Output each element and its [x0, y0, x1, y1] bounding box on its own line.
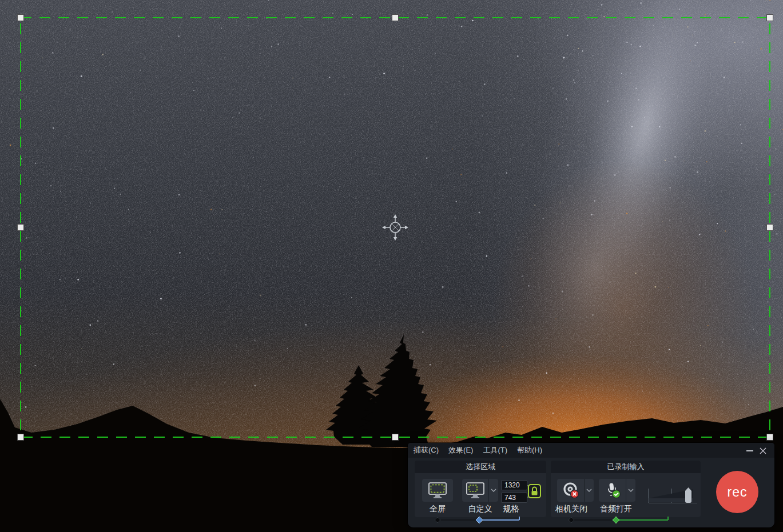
custom-mode-dot[interactable]	[476, 517, 483, 523]
fullscreen-button[interactable]	[422, 479, 453, 502]
fullscreen-label: 全屏	[422, 504, 453, 514]
menu-effects[interactable]: 效果(E)	[448, 445, 473, 455]
menu-help[interactable]: 帮助(H)	[517, 445, 542, 455]
recorded-inputs-group: 已录制输入 相机关闭	[551, 461, 701, 517]
enabled-check-badge	[612, 490, 620, 498]
webcam-icon	[562, 482, 579, 499]
handle-bottom-middle[interactable]	[392, 434, 399, 441]
chevron-down-icon	[491, 489, 496, 492]
volume-level-meter[interactable]	[647, 482, 698, 508]
width-input[interactable]	[501, 480, 527, 490]
select-area-group: 选择区域 全屏	[415, 461, 546, 517]
recorder-panel: 捕获(C) 效果(E) 工具(T) 帮助(H) 选择区域 全屏	[408, 443, 774, 527]
monitor-custom-region-icon	[466, 482, 485, 499]
height-input[interactable]	[501, 493, 527, 503]
handle-middle-right[interactable]	[766, 224, 773, 231]
chevron-down-icon	[586, 489, 592, 492]
audio-status-label: 音频打开	[594, 504, 638, 514]
disabled-x-badge	[570, 490, 578, 498]
spec-label: 规格	[498, 504, 524, 514]
select-area-mode-slider[interactable]	[433, 516, 524, 524]
menu-tools[interactable]: 工具(T)	[483, 445, 507, 455]
aspect-lock[interactable]	[526, 481, 542, 504]
menu-bar: 捕获(C) 效果(E) 工具(T) 帮助(H)	[408, 443, 774, 458]
camera-button[interactable]	[557, 479, 594, 502]
handle-top-left[interactable]	[17, 14, 24, 21]
move-crosshair-icon[interactable]	[380, 213, 410, 242]
monitor-fullscreen-icon	[428, 482, 447, 499]
handle-middle-left[interactable]	[17, 224, 24, 231]
handle-bottom-left[interactable]	[17, 434, 24, 441]
audio-dot[interactable]	[613, 517, 619, 523]
custom-region-dropdown[interactable]	[488, 479, 498, 502]
recorded-inputs-title: 已录制输入	[551, 461, 701, 473]
custom-region-button[interactable]	[462, 479, 498, 502]
menu-capture[interactable]: 捕获(C)	[414, 445, 439, 455]
audio-dropdown[interactable]	[626, 479, 635, 502]
handle-top-middle[interactable]	[392, 14, 399, 21]
audio-button[interactable]	[599, 479, 635, 502]
camera-dropdown[interactable]	[584, 479, 594, 502]
handle-bottom-right[interactable]	[766, 434, 773, 441]
custom-region-label: 自定义	[459, 504, 502, 514]
chevron-down-icon	[628, 489, 634, 492]
record-button[interactable]: rec	[716, 471, 758, 513]
select-area-title: 选择区域	[415, 461, 546, 473]
close-icon[interactable]	[758, 446, 768, 455]
microphone-icon	[604, 482, 621, 499]
fullscreen-mode-dot[interactable]	[435, 517, 440, 523]
camera-status-label: 相机关闭	[550, 504, 593, 514]
aspect-lock-icon	[528, 485, 540, 498]
minimize-icon[interactable]	[745, 446, 754, 455]
handle-top-right[interactable]	[766, 14, 773, 21]
camera-dot[interactable]	[569, 517, 574, 523]
recorded-inputs-slider[interactable]	[567, 516, 675, 524]
